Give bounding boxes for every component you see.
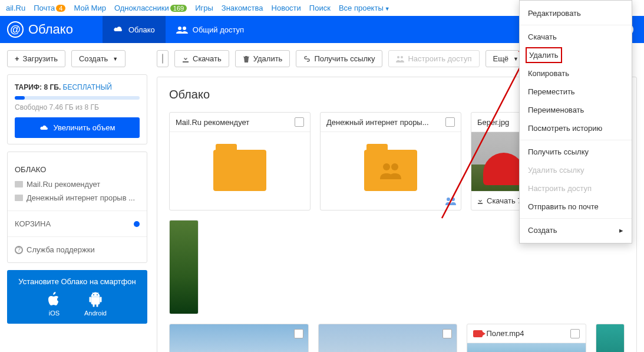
promo-smartphone: Установите Облако на смартфон iOS Androi… <box>7 270 147 324</box>
tariff-line: ТАРИФ: 8 ГБ. БЕСПЛАТНЫЙ <box>15 83 140 91</box>
ctx-delete[interactable]: Удалить <box>526 47 562 63</box>
svg-point-5 <box>401 56 403 58</box>
download-icon <box>182 55 189 62</box>
chevron-down-icon: ▼ <box>113 56 118 62</box>
create-button[interactable]: Создать▼ <box>71 50 126 67</box>
ctx-sendmail[interactable]: Отправить по почте <box>520 198 632 216</box>
nav-mail[interactable]: Почта4 <box>34 4 65 12</box>
mail-badge: 4 <box>56 5 65 12</box>
folder-icon <box>15 181 23 187</box>
ctx-getlink[interactable]: Получить ссылку <box>520 143 632 161</box>
link-icon <box>303 55 311 62</box>
logo-text: Облако <box>28 22 73 37</box>
ctx-move[interactable]: Переместить <box>520 83 632 101</box>
chevron-down-icon: ▼ <box>385 6 390 12</box>
tariff-plan-link[interactable]: БЕСПЛАТНЫЙ <box>63 83 112 91</box>
nav-mailru[interactable]: ail.Ru <box>6 4 25 12</box>
configure-access-button[interactable]: Настроить доступ <box>388 50 479 67</box>
ctx-create[interactable]: Создать▸ <box>520 221 632 239</box>
ctx-copy[interactable]: Копировать <box>520 64 632 83</box>
tab-shared[interactable]: Общий доступ <box>166 16 255 43</box>
tile-name: Денежный интернет проры... <box>326 118 429 127</box>
dot-icon <box>134 221 140 227</box>
video-tile-polet[interactable]: Полет.mp4 <box>467 324 586 352</box>
storage-progress <box>15 96 140 100</box>
select-all-checkbox[interactable] <box>157 50 169 67</box>
svg-point-8 <box>447 198 450 201</box>
nav-news[interactable]: Новости <box>272 4 301 12</box>
tile-name: Берег.jpg <box>477 118 509 127</box>
nav-games[interactable]: Игры <box>195 4 213 12</box>
cloud-icon <box>113 25 124 34</box>
ctx-history[interactable]: Посмотреть историю <box>520 119 632 137</box>
upload-button[interactable]: +Загрузить <box>7 50 65 67</box>
android-icon <box>89 292 102 307</box>
ctx-edit[interactable]: Редактировать <box>520 4 632 22</box>
increase-storage-button[interactable]: Увеличить объем <box>15 117 140 138</box>
tile-checkbox[interactable] <box>570 329 580 338</box>
svg-point-4 <box>397 56 399 58</box>
tile-checkbox[interactable] <box>294 329 303 338</box>
thumb-tile-field[interactable] <box>169 324 309 352</box>
folder-tile-mailru[interactable]: Mail.Ru рекомендует <box>169 112 311 210</box>
thumb-tile-mound[interactable] <box>318 324 458 352</box>
ctx-dellink: Удалить ссылку <box>520 161 632 179</box>
tab-cloud[interactable]: Облако <box>103 16 166 43</box>
promo-ios[interactable]: iOS <box>48 292 61 317</box>
folder-icon <box>15 195 23 201</box>
folder-tile-money[interactable]: Денежный интернет проры... <box>320 112 461 210</box>
apple-icon <box>48 292 61 307</box>
promo-android[interactable]: Android <box>84 292 107 317</box>
trash-icon <box>243 55 250 62</box>
promo-text: Установите Облако на смартфон <box>14 277 140 286</box>
svg-point-3 <box>97 294 98 295</box>
svg-point-7 <box>391 163 398 170</box>
tile-checkbox[interactable] <box>295 117 304 127</box>
chevron-down-icon: ▼ <box>513 56 518 62</box>
logo-at-icon: @ <box>7 21 24 38</box>
video-icon <box>473 330 483 337</box>
context-menu: Редактировать Скачать Удалить Копировать… <box>519 0 632 244</box>
ctx-rename[interactable]: Переименовать <box>520 101 632 119</box>
sidebar-item-mailru[interactable]: Mail.Ru рекомендует <box>15 177 140 191</box>
nav-ok[interactable]: Одноклассники169 <box>114 4 187 12</box>
tile-checkbox[interactable] <box>442 329 452 338</box>
nav-all[interactable]: Все проекты▼ <box>339 4 390 12</box>
sidebar-item-money[interactable]: Денежный интернет прорыв ... <box>15 191 140 205</box>
nav-search[interactable]: Поиск <box>309 4 331 12</box>
svg-point-2 <box>93 294 94 295</box>
ctx-download[interactable]: Скачать <box>520 28 632 46</box>
tile-name: Полет.mp4 <box>486 329 524 338</box>
ctx-configure: Настроить доступ <box>520 179 632 198</box>
thumb-partial-forest[interactable] <box>169 220 199 314</box>
svg-point-9 <box>451 198 455 201</box>
shared-icon <box>445 197 456 205</box>
folder-icon <box>213 150 266 191</box>
tile-checkbox[interactable] <box>445 117 455 127</box>
svg-point-0 <box>178 27 181 30</box>
help-icon: ? <box>15 246 23 254</box>
nav-mymir[interactable]: Мой Мир <box>74 4 105 12</box>
people-icon <box>379 162 402 179</box>
sidebar-item-trash[interactable]: КОРЗИНА <box>15 217 140 231</box>
get-link-button[interactable]: Получить ссылку <box>296 50 382 67</box>
svg-point-6 <box>383 163 390 170</box>
svg-point-1 <box>183 27 186 30</box>
free-space-text: Свободно 7.46 ГБ из 8 ГБ <box>15 103 140 111</box>
download-icon <box>477 198 483 204</box>
ok-badge: 169 <box>170 5 187 12</box>
chevron-right-icon: ▸ <box>619 226 623 235</box>
people-icon <box>176 25 188 34</box>
sidebar-item-support[interactable]: ?Служба поддержки <box>15 243 140 256</box>
cloud-icon <box>39 124 49 131</box>
nav-dating[interactable]: Знакомства <box>222 4 263 12</box>
delete-button[interactable]: Удалить <box>235 50 290 67</box>
download-button[interactable]: Скачать <box>174 50 229 67</box>
section-cloud: ОБЛАКО <box>15 165 140 174</box>
people-icon <box>396 55 404 62</box>
folder-shared-icon <box>364 150 417 191</box>
thumb-partial-lagoon[interactable] <box>596 324 625 352</box>
tile-name: Mail.Ru рекомендует <box>176 118 249 127</box>
